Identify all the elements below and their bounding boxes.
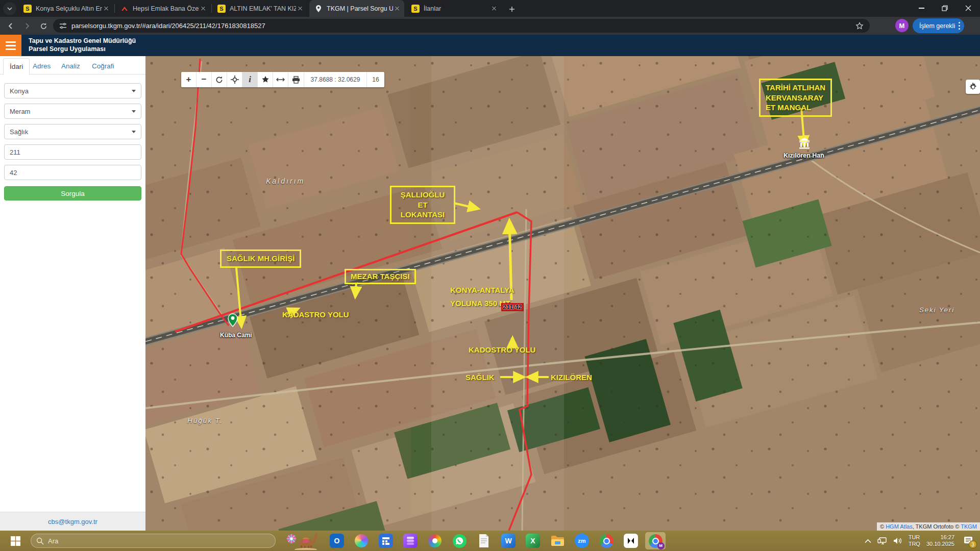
- sidebar-footer: cbs@tkgm.gov.tr: [0, 512, 145, 531]
- site-settings-icon[interactable]: [59, 22, 67, 30]
- map-canvas[interactable]: TARİHİ ATLIHAN KERVANSARAY ET MANGAL ŞAL…: [145, 56, 980, 531]
- tkgm-app-header: Tapu ve Kadastro Genel Müdürlüğü Parsel …: [0, 35, 980, 56]
- taskbar-calculator-icon[interactable]: [376, 532, 396, 549]
- tab-adres[interactable]: Adres: [27, 58, 57, 75]
- browser-menu-icon[interactable]: [959, 22, 960, 30]
- annotation-kadostro-yolu: KADOSTRO YOLU: [469, 345, 535, 355]
- sidebar-tabs: İdari Adres Analiz Coğrafi: [0, 56, 145, 74]
- attribution-text: , TKGM Ortofoto ©: [913, 523, 961, 530]
- taskbar-outlook-icon[interactable]: O: [327, 532, 347, 549]
- notification-badge: 3: [969, 540, 977, 548]
- tab-konya-selcuklu[interactable]: S Konya Selçuklu Altın Emlak Ekib: [18, 0, 113, 17]
- print-button[interactable]: [288, 72, 304, 87]
- annotation-mezar-tascisi: MEZAR TAŞÇISI: [345, 269, 416, 284]
- measure-button[interactable]: [273, 72, 288, 87]
- taskbar-search-box[interactable]: [31, 534, 276, 548]
- tab-tkgm-active[interactable]: TKGM | Parsel Sorgu Uygulamas: [309, 0, 404, 17]
- tab-divider: [211, 4, 212, 13]
- window-restore-button[interactable]: [933, 0, 957, 16]
- bookmark-star-icon[interactable]: [855, 22, 864, 30]
- address-bar[interactable]: parselsorgu.tkgm.gov.tr/#ara/idari/20642…: [53, 19, 870, 33]
- attribution-hgm-link[interactable]: HGM Atlas: [886, 523, 913, 530]
- search-input[interactable]: [48, 537, 242, 545]
- notification-center-button[interactable]: 3: [961, 533, 976, 548]
- action-required-button[interactable]: İşlem gerekli: [913, 18, 964, 33]
- taskbar-paint-icon[interactable]: [425, 532, 445, 549]
- attribution-tkgm-link[interactable]: TKGM: [961, 523, 977, 530]
- taskbar-notepad-icon[interactable]: [474, 532, 494, 549]
- tab-hepsi-emlak[interactable]: Hepsi Emlak Bana Özel: [115, 0, 210, 17]
- query-button[interactable]: Sorgula: [4, 186, 141, 201]
- province-select[interactable]: Konya: [4, 83, 141, 98]
- language-indicator[interactable]: TURTRQ: [909, 534, 920, 547]
- favicon-s: S: [411, 5, 420, 13]
- taskbar-capcut-icon[interactable]: [621, 532, 641, 549]
- district-select[interactable]: Meram: [4, 104, 141, 119]
- profile-avatar[interactable]: M: [895, 19, 909, 32]
- location-pin-icon: [314, 5, 323, 13]
- taskbar-whatsapp-icon[interactable]: [449, 532, 470, 549]
- tab-label: ALTIN EMLAK' TAN KIZILÖREN İ: [230, 5, 296, 12]
- place-label-kiziloren-han: Kızılören Han: [783, 152, 824, 159]
- action-required-label: İşlem gerekli: [919, 22, 955, 30]
- profile-badge: M: [657, 542, 665, 549]
- tray-chevron-icon[interactable]: [865, 539, 871, 543]
- reload-button[interactable]: [37, 19, 50, 33]
- favorites-button[interactable]: [258, 72, 273, 87]
- start-button[interactable]: [5, 532, 26, 549]
- place-label-kuba-cami: Küba Cami: [220, 332, 252, 339]
- taskbar-excel-icon[interactable]: X: [523, 532, 543, 549]
- tab-analiz[interactable]: Analiz: [55, 58, 86, 75]
- tab-search-chevron-icon[interactable]: [3, 2, 16, 15]
- forward-button[interactable]: [20, 19, 34, 33]
- tab-close-icon[interactable]: [393, 5, 401, 13]
- back-button[interactable]: [4, 19, 17, 33]
- tab-ilanlar[interactable]: S İlanlar: [406, 0, 501, 17]
- district-value: Meram: [10, 108, 30, 115]
- annotation-kervansaray: TARİHİ ATLIHAN KERVANSARAY ET MANGAL: [759, 79, 832, 117]
- zoom-in-button[interactable]: +: [181, 72, 197, 87]
- block-number-input[interactable]: [4, 144, 141, 160]
- window-close-button[interactable]: [957, 0, 980, 16]
- tab-label: İlanlar: [424, 5, 490, 12]
- parcel-number-input[interactable]: [4, 165, 141, 180]
- favicon-s: S: [23, 5, 32, 13]
- neighborhood-select[interactable]: Sağlık: [4, 124, 141, 139]
- window-minimize-button[interactable]: [910, 0, 933, 16]
- browser-toolbar: parselsorgu.tkgm.gov.tr/#ara/idari/20642…: [0, 17, 980, 35]
- tab-close-icon[interactable]: [490, 5, 498, 13]
- taskbar-zoom-icon[interactable]: zm: [572, 532, 592, 549]
- contact-email-link[interactable]: cbs@tkgm.gov.tr: [48, 518, 97, 525]
- annotation-sallioglu: ŞALLIOĞLU ET LOKANTASI: [390, 186, 455, 224]
- new-tab-button[interactable]: [505, 3, 519, 16]
- identify-button[interactable]: i: [242, 72, 258, 87]
- province-value: Konya: [10, 87, 29, 95]
- pan-crosshair-button[interactable]: [227, 72, 242, 87]
- taskbar-copilot-icon[interactable]: [351, 532, 372, 549]
- tab-close-icon[interactable]: [296, 5, 304, 13]
- hamburger-menu-button[interactable]: [0, 35, 21, 56]
- speaker-icon[interactable]: [893, 537, 902, 544]
- tab-idari[interactable]: İdari: [3, 58, 30, 75]
- map-settings-button[interactable]: [966, 80, 980, 94]
- taskbar-word-icon[interactable]: W: [498, 532, 519, 549]
- attribution-text: ©: [880, 523, 886, 530]
- taskbar-chrome-profile-icon[interactable]: M: [645, 532, 666, 549]
- refresh-button[interactable]: [212, 72, 227, 87]
- place-label-huguk: Hüğük T.: [187, 417, 223, 424]
- zoom-out-button[interactable]: −: [197, 72, 212, 87]
- clock-indicator[interactable]: 16:2730.10.2025: [926, 534, 954, 547]
- place-label-kaldirim: Kaldırım: [266, 177, 305, 185]
- tab-label: Konya Selçuklu Altın Emlak Ekib: [36, 5, 102, 12]
- taskbar-purple-app-icon[interactable]: [400, 532, 421, 549]
- tab-close-icon[interactable]: [102, 5, 110, 13]
- tab-cografi[interactable]: Coğrafi: [86, 58, 120, 75]
- taskbar-chrome-icon[interactable]: [596, 532, 617, 549]
- annotation-saglik: SAĞLIK: [465, 372, 495, 383]
- tab-altin-emlak[interactable]: S ALTIN EMLAK' TAN KIZILÖREN İ: [212, 0, 307, 17]
- tab-close-icon[interactable]: [199, 5, 207, 13]
- network-icon[interactable]: [877, 537, 887, 545]
- taskbar-file-explorer-icon[interactable]: [547, 532, 568, 549]
- app-title-line1: Tapu ve Kadastro Genel Müdürlüğü: [29, 37, 136, 44]
- windows-logo-icon: [11, 536, 20, 546]
